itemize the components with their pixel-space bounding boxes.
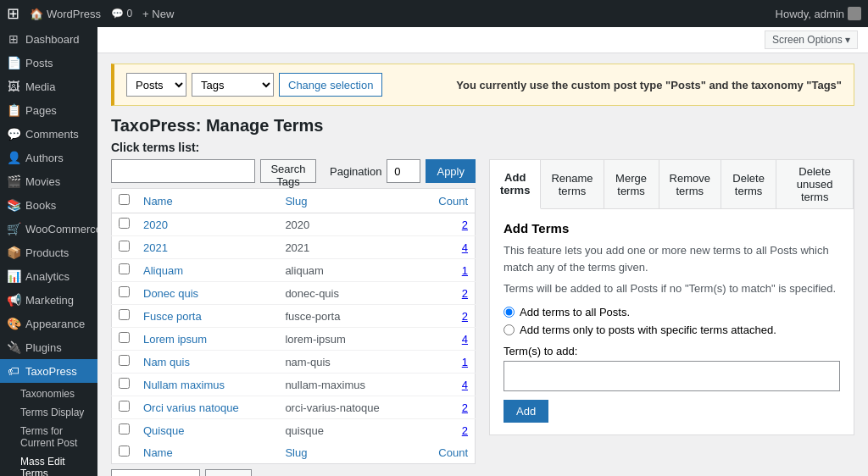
tab-delete-terms[interactable]: Delete terms bbox=[721, 160, 776, 208]
click-terms-label: Click terms list: bbox=[111, 141, 854, 154]
row-name: Quisque bbox=[136, 419, 278, 442]
row-slug: donec-quis bbox=[278, 282, 419, 305]
sidebar-item-authors[interactable]: 👤 Authors bbox=[0, 146, 97, 169]
row-checkbox[interactable] bbox=[119, 218, 130, 229]
sidebar-item-woocommerce[interactable]: 🛒 WooCommerce bbox=[0, 217, 97, 241]
sidebar-item-books[interactable]: 📚 Books bbox=[0, 193, 97, 217]
row-checkbox[interactable] bbox=[119, 378, 130, 389]
col-header-slug[interactable]: Slug bbox=[278, 189, 419, 213]
row-count: 1 bbox=[419, 351, 476, 374]
row-checkbox[interactable] bbox=[119, 286, 130, 297]
table-row: Fusce porta fusce-porta 2 bbox=[112, 305, 476, 328]
col-header-name[interactable]: Name bbox=[136, 189, 278, 213]
row-checkbox[interactable] bbox=[119, 423, 130, 434]
row-slug: fusce-porta bbox=[278, 305, 419, 328]
sidebar-item-products[interactable]: 📦 Products bbox=[0, 241, 97, 264]
row-slug: nam-quis bbox=[278, 351, 419, 374]
change-selection-button[interactable]: Change selection bbox=[279, 73, 382, 97]
row-checkbox[interactable] bbox=[119, 309, 130, 320]
sidebar: ⊞ Dashboard 📄 Posts 🖼 Media 📋 Pages 💬 Co… bbox=[0, 27, 97, 476]
sidebar-sub-terms-current-post[interactable]: Terms for Current Post bbox=[0, 422, 97, 452]
row-count: 2 bbox=[419, 213, 476, 236]
row-checkbox[interactable] bbox=[119, 263, 130, 274]
search-tags-button[interactable]: Search Tags bbox=[260, 159, 316, 183]
row-name: Aliquam bbox=[136, 259, 278, 282]
radio-specific-posts[interactable] bbox=[504, 324, 515, 335]
tab-rename-terms[interactable]: Rename terms bbox=[541, 160, 604, 208]
search-input[interactable] bbox=[111, 159, 255, 183]
tab-delete-unused-terms[interactable]: Delete unused terms bbox=[776, 160, 854, 208]
row-checkbox[interactable] bbox=[119, 401, 130, 412]
sidebar-item-plugins[interactable]: 🔌 Plugins bbox=[0, 335, 97, 359]
comments-icon[interactable]: 💬 0 bbox=[111, 8, 132, 19]
row-count: 4 bbox=[419, 236, 476, 259]
taxonomy-select[interactable]: Tags Categories bbox=[192, 73, 274, 97]
add-terms-desc2: Terms will be added to all Posts if no "… bbox=[504, 280, 840, 297]
sidebar-sub-mass-edit-terms[interactable]: Mass Edit Terms bbox=[0, 452, 97, 476]
table-row: 2020 2020 2 bbox=[112, 213, 476, 236]
media-icon: 🖼 bbox=[7, 80, 20, 93]
tabs-row: Add terms Rename terms Merge terms Remov… bbox=[490, 160, 854, 209]
row-checkbox[interactable] bbox=[119, 332, 130, 343]
bulk-actions-select[interactable]: Bulk actions bbox=[111, 469, 200, 476]
wp-logo-icon: ⊞ bbox=[7, 4, 19, 23]
notice-text: You currently use the custom post type "… bbox=[456, 79, 842, 91]
sidebar-sub-terms-display[interactable]: Terms Display bbox=[0, 403, 97, 422]
sidebar-item-movies[interactable]: 🎬 Movies bbox=[0, 169, 97, 193]
table-row: Donec quis donec-quis 2 bbox=[112, 282, 476, 305]
select-all-footer-checkbox[interactable] bbox=[119, 446, 130, 457]
dashboard-icon: ⊞ bbox=[7, 32, 20, 46]
appearance-icon: 🎨 bbox=[7, 317, 20, 330]
row-name: 2021 bbox=[136, 236, 278, 259]
row-count: 2 bbox=[419, 282, 476, 305]
pagination-input[interactable] bbox=[387, 159, 420, 183]
sidebar-item-appearance[interactable]: 🎨 Appearance bbox=[0, 312, 97, 335]
sidebar-sub-taxonomies[interactable]: Taxonomies bbox=[0, 385, 97, 403]
row-name: Fusce porta bbox=[136, 305, 278, 328]
sidebar-item-marketing[interactable]: 📢 Marketing bbox=[0, 288, 97, 312]
tab-remove-terms[interactable]: Remove terms bbox=[659, 160, 721, 208]
row-count: 2 bbox=[419, 419, 476, 442]
row-name: 2020 bbox=[136, 213, 278, 236]
row-slug: orci-varius-natoque bbox=[278, 396, 419, 419]
select-all-checkbox[interactable] bbox=[119, 194, 130, 205]
sidebar-item-media[interactable]: 🖼 Media bbox=[0, 75, 97, 98]
radio-specific-posts-label[interactable]: Add terms only to posts with specific te… bbox=[504, 324, 840, 336]
apply-button[interactable]: Apply bbox=[426, 159, 476, 183]
post-type-select[interactable]: Posts Pages bbox=[126, 73, 186, 97]
movies-icon: 🎬 bbox=[7, 174, 20, 188]
table-row: Orci varius natoque orci-varius-natoque … bbox=[112, 396, 476, 419]
sidebar-item-posts[interactable]: 📄 Posts bbox=[0, 51, 97, 75]
site-name[interactable]: 🏠 WordPress bbox=[30, 8, 101, 20]
sidebar-item-taxopress[interactable]: 🏷 TaxoPress bbox=[0, 359, 97, 383]
sidebar-item-analytics[interactable]: 📊 Analytics bbox=[0, 264, 97, 288]
radio-all-posts[interactable] bbox=[504, 307, 515, 318]
sidebar-item-comments[interactable]: 💬 Comments bbox=[0, 122, 97, 146]
search-row: Search Tags Pagination Apply bbox=[111, 159, 476, 183]
terms-to-add-input[interactable] bbox=[504, 361, 840, 391]
new-link[interactable]: + New bbox=[142, 8, 174, 20]
tab-add-terms[interactable]: Add terms bbox=[490, 160, 541, 209]
add-terms-title: Add Terms bbox=[504, 221, 840, 235]
post-type-selects: Posts Pages Tags Categories Change selec… bbox=[126, 73, 382, 97]
col-header-count[interactable]: Count bbox=[419, 189, 476, 213]
radio-all-posts-label[interactable]: Add terms to all Posts. bbox=[504, 306, 840, 318]
table-row: Nam quis nam-quis 1 bbox=[112, 351, 476, 374]
pages-icon: 📋 bbox=[7, 103, 20, 117]
products-icon: 📦 bbox=[7, 246, 20, 259]
sidebar-item-pages[interactable]: 📋 Pages bbox=[0, 98, 97, 122]
tab-merge-terms[interactable]: Merge terms bbox=[604, 160, 659, 208]
sidebar-item-dashboard[interactable]: ⊞ Dashboard bbox=[0, 27, 97, 51]
page-title: TaxoPress: Manage Terms bbox=[111, 116, 854, 136]
row-checkbox[interactable] bbox=[119, 355, 130, 366]
bulk-apply-button[interactable]: Apply bbox=[205, 469, 252, 476]
col-footer-count: Count bbox=[419, 441, 476, 464]
plugins-icon: 🔌 bbox=[7, 340, 20, 354]
screen-options-button[interactable]: Screen Options ▾ bbox=[765, 30, 858, 49]
analytics-icon: 📊 bbox=[7, 269, 20, 283]
row-checkbox[interactable] bbox=[119, 241, 130, 252]
right-column: Add terms Rename terms Merge terms Remov… bbox=[489, 159, 854, 476]
table-row: Nullam maximus nullam-maximus 4 bbox=[112, 374, 476, 396]
col-footer-name: Name bbox=[136, 441, 278, 464]
add-submit-button[interactable]: Add bbox=[504, 400, 548, 423]
